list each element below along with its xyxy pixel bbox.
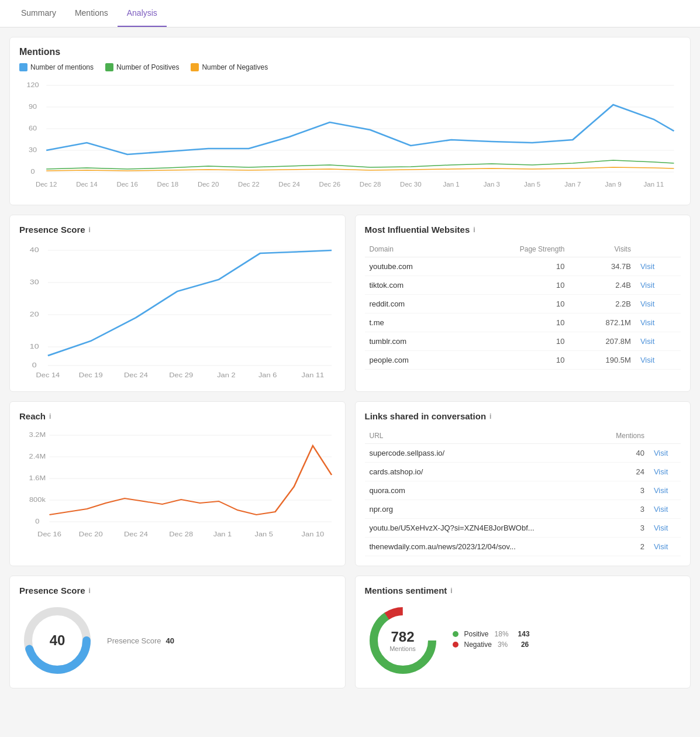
presence-score-title: Presence Score i [19, 225, 336, 235]
mentions-sentiment-title: Mentions sentiment i [365, 586, 681, 595]
col-domain: Domain [365, 242, 466, 257]
tab-summary[interactable]: Summary [12, 0, 65, 27]
svg-text:30: 30 [29, 146, 37, 154]
reach-section: Reach i 3.2M 2.4M 1.6M 800k 0 De [9, 401, 691, 576]
presence-donut-wrapper: 40 Presence Score 40 [19, 602, 336, 679]
mentions-checkbox[interactable] [19, 63, 27, 71]
visit-link[interactable]: Visit [640, 281, 654, 290]
reach-title: Reach i [19, 411, 336, 421]
mentions-title: Mentions [19, 47, 681, 57]
presence-info-icon[interactable]: i [89, 226, 91, 234]
presence-donut-label: 40 [50, 632, 65, 649]
link-action-cell: Visit [649, 519, 681, 538]
mentions-cell: 24 [598, 463, 649, 481]
presence-score-number: 40 [166, 636, 174, 645]
mentions-cell: 2 [598, 538, 649, 556]
visit-action-cell: Visit [636, 276, 681, 295]
visits-cell: 190.5M [569, 351, 635, 370]
visit-link[interactable]: Visit [654, 505, 668, 514]
tab-mentions[interactable]: Mentions [65, 0, 118, 27]
table-row: tumblr.com 10 207.8M Visit [365, 332, 681, 351]
svg-text:Jan 7: Jan 7 [564, 181, 581, 188]
links-shared-table: URL Mentions supercode.sellpass.io/ 40 V… [365, 428, 681, 556]
table-row: tiktok.com 10 2.4B Visit [365, 276, 681, 295]
sentiment-donut-wrapper: 782 Mentions Positive 18% 143 Negative 3 [365, 602, 681, 679]
svg-text:Jan 3: Jan 3 [484, 181, 500, 188]
svg-text:Dec 22: Dec 22 [238, 181, 260, 188]
visit-link[interactable]: Visit [654, 486, 668, 495]
domain-cell: youtube.com [365, 257, 466, 276]
presence-bottom-info-icon[interactable]: i [89, 587, 91, 595]
legend-mentions[interactable]: Number of mentions [19, 63, 94, 71]
tab-analysis[interactable]: Analysis [118, 0, 167, 27]
table-row: t.me 10 872.1M Visit [365, 314, 681, 332]
visit-link[interactable]: Visit [654, 524, 668, 532]
middle-section: Presence Score i 40 30 20 10 0 D [9, 215, 691, 401]
negatives-checkbox[interactable] [191, 63, 199, 71]
svg-text:Dec 24: Dec 24 [124, 372, 148, 378]
svg-text:Jan 6: Jan 6 [258, 372, 277, 378]
table-row: npr.org 3 Visit [365, 500, 681, 519]
sentiment-legend: Positive 18% 143 Negative 3% 26 [453, 630, 530, 651]
svg-text:Dec 30: Dec 30 [400, 181, 422, 188]
url-cell: supercode.sellpass.io/ [365, 444, 599, 463]
presence-donut: 40 [19, 602, 95, 679]
svg-text:Jan 11: Jan 11 [644, 181, 664, 188]
negatives-label: Number of Negatives [202, 63, 268, 71]
domain-cell: people.com [365, 351, 466, 370]
visit-link[interactable]: Visit [654, 467, 668, 476]
visits-cell: 2.2B [569, 295, 635, 314]
most-influential-title: Most Influential Websites i [365, 225, 681, 235]
svg-text:10: 10 [30, 343, 39, 350]
visit-link[interactable]: Visit [640, 299, 654, 308]
reach-card: Reach i 3.2M 2.4M 1.6M 800k 0 De [9, 401, 346, 566]
links-shared-title: Links shared in conversation i [365, 411, 681, 421]
sentiment-info-icon[interactable]: i [450, 587, 452, 595]
sentiment-sublabel: Mentions [389, 645, 416, 652]
positive-dot [453, 631, 458, 637]
svg-text:Dec 12: Dec 12 [36, 181, 57, 188]
mentions-cell: 3 [598, 519, 649, 538]
visit-action-cell: Visit [636, 295, 681, 314]
visits-cell: 34.7B [569, 257, 635, 276]
presence-score-bottom-card: Presence Score i 40 Presence Score 4 [9, 576, 346, 688]
visits-cell: 207.8M [569, 332, 635, 351]
link-action-cell: Visit [649, 538, 681, 556]
positives-checkbox[interactable] [105, 63, 113, 71]
visit-link[interactable]: Visit [640, 318, 654, 327]
visit-link[interactable]: Visit [654, 542, 668, 551]
svg-text:Jan 11: Jan 11 [302, 372, 325, 378]
svg-text:60: 60 [29, 125, 37, 132]
mentions-cell: 3 [598, 481, 649, 500]
svg-text:0: 0 [31, 168, 35, 175]
svg-text:800k: 800k [29, 497, 46, 502]
domain-cell: tiktok.com [365, 276, 466, 295]
svg-text:Jan 5: Jan 5 [524, 181, 540, 188]
negative-count: 26 [521, 640, 529, 649]
visit-link[interactable]: Visit [640, 337, 654, 346]
visit-link[interactable]: Visit [640, 356, 654, 364]
svg-text:30: 30 [30, 278, 39, 285]
mentions-legend: Number of mentions Number of Positives N… [19, 63, 681, 71]
presence-chart: 40 30 20 10 0 Dec 14 Dec 19 Dec 24 Dec 2… [19, 242, 336, 382]
svg-text:0: 0 [35, 518, 39, 524]
url-cell: quora.com [365, 481, 599, 500]
svg-text:Dec 26: Dec 26 [319, 181, 341, 188]
reach-info-icon[interactable]: i [49, 412, 51, 421]
most-influential-info-icon[interactable]: i [473, 226, 475, 234]
legend-negatives[interactable]: Number of Negatives [191, 63, 268, 71]
table-row: youtube.com 10 34.7B Visit [365, 257, 681, 276]
link-action-cell: Visit [649, 463, 681, 481]
links-info-icon[interactable]: i [489, 412, 491, 421]
mentions-sentiment-card: Mentions sentiment i 782 Mentions [355, 576, 691, 688]
presence-score-card: Presence Score i 40 30 20 10 0 D [9, 215, 346, 392]
svg-text:Jan 10: Jan 10 [302, 531, 325, 537]
most-influential-card: Most Influential Websites i Domain Page … [355, 215, 691, 392]
visit-link[interactable]: Visit [654, 449, 668, 457]
visit-link[interactable]: Visit [640, 262, 654, 271]
legend-positives[interactable]: Number of Positives [105, 63, 179, 71]
visit-action-cell: Visit [636, 332, 681, 351]
domain-cell: t.me [365, 314, 466, 332]
svg-text:Dec 20: Dec 20 [198, 181, 219, 188]
col-url: URL [365, 428, 599, 444]
